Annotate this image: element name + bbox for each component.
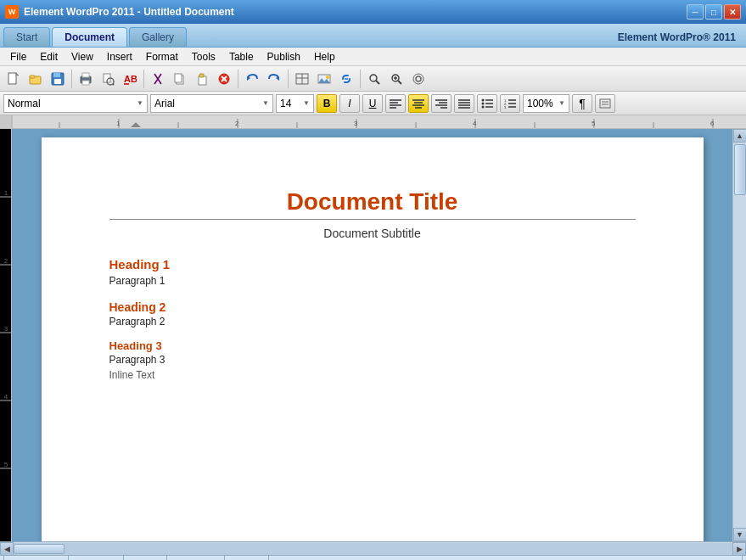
scroll-down-arrow[interactable]: ▼ [733,528,747,541]
svg-rect-3 [30,76,35,78]
svg-text:3: 3 [354,120,358,127]
toolbar-sep-1 [71,70,72,88]
settings-button[interactable] [408,69,429,89]
scroll-left-arrow[interactable]: ◀ [0,542,14,556]
svg-point-56 [482,98,485,101]
svg-line-12 [113,84,114,85]
scroll-thumb[interactable] [734,144,746,195]
align-left-button[interactable] [385,94,406,113]
svg-text:1: 1 [4,189,8,197]
doc-container: Document Title Document Subtitle Heading… [12,129,732,541]
format-toolbar: Normal Arial 14 B I U 1.2.3. 100% ¶ [0,92,746,115]
status-zoom: 100 % [225,556,269,560]
svg-text:4: 4 [473,120,477,127]
menu-edit[interactable]: Edit [33,49,65,64]
inline-text: Inline Text [109,369,636,381]
undo-button[interactable] [242,69,262,89]
vertical-scrollbar[interactable]: ▲ ▼ [732,129,746,541]
menu-file[interactable]: File [3,49,33,64]
menu-bar: File Edit View Insert Format Tools Table… [0,48,746,66]
hscroll-thumb[interactable] [14,544,65,554]
tab-bar: Start Document Gallery Element WordPro® … [0,24,746,48]
document-page[interactable]: Document Title Document Subtitle Heading… [42,137,704,541]
svg-text:3.: 3. [504,105,507,109]
ruler: 1 2 3 4 5 6 [0,115,746,129]
svg-rect-19 [199,74,204,77]
insert-image-button[interactable] [314,69,334,89]
italic-button[interactable]: I [339,94,360,113]
zoom-dropdown[interactable]: 100% [523,94,569,113]
hscroll-track[interactable] [14,543,732,555]
font-size-dropdown[interactable]: 14 [276,94,314,113]
tab-gallery[interactable]: Gallery [129,27,187,47]
align-right-button[interactable] [431,94,452,113]
svg-text:1: 1 [116,120,121,127]
svg-point-60 [482,105,485,108]
svg-point-30 [326,76,329,79]
svg-text:6: 6 [710,120,715,127]
maximize-button[interactable]: □ [705,4,722,20]
menu-insert[interactable]: Insert [100,49,139,64]
number-list-button[interactable]: 1.2.3. [500,94,520,113]
pilcrow-button[interactable]: ¶ [572,94,592,113]
cut-button[interactable] [148,69,168,89]
delete-button[interactable] [214,69,234,89]
paste-button[interactable] [192,69,212,89]
svg-text:5: 5 [592,120,596,127]
find-button[interactable] [364,69,384,89]
svg-marker-1 [16,73,19,76]
redo-button[interactable] [264,69,284,89]
zoom-in-button[interactable] [386,69,407,89]
paragraph-3: Paragraph 3 [109,354,636,366]
status-line: Line 3 [124,556,167,560]
document-title: Document Title [109,188,636,216]
svg-point-38 [416,76,421,81]
menu-tools[interactable]: Tools [185,49,222,64]
menu-table[interactable]: Table [222,49,261,64]
copy-button[interactable] [170,69,190,89]
tab-document[interactable]: Document [52,27,127,47]
open-button[interactable] [25,69,46,89]
bold-button[interactable]: B [317,94,337,113]
app-icon: W [5,5,19,19]
menu-publish[interactable]: Publish [261,49,307,64]
style-dropdown[interactable]: Normal [3,94,148,113]
insert-link-button[interactable] [336,69,356,89]
align-justify-button[interactable] [454,94,474,113]
document-subtitle: Document Subtitle [109,227,636,240]
svg-text:5: 5 [4,461,8,468]
tab-start[interactable]: Start [3,27,50,47]
title-bar: W Element WordPro 2011 - Untitled Docume… [0,0,746,24]
svg-rect-71 [0,115,746,129]
print-preview-button[interactable] [98,69,118,89]
scroll-right-arrow[interactable]: ◀ [732,542,746,556]
heading-2: Heading 2 [109,300,636,314]
svg-point-32 [370,75,377,81]
svg-text:2: 2 [4,257,8,265]
close-button[interactable]: ✕ [724,4,741,20]
svg-rect-72 [0,115,12,129]
svg-line-35 [398,81,401,84]
menu-view[interactable]: View [65,49,100,64]
horizontal-scrollbar[interactable]: ◀ ◀ [0,541,746,555]
new-button[interactable] [3,69,24,89]
insert-table-button[interactable] [292,69,312,89]
svg-rect-6 [54,79,61,84]
scroll-up-arrow[interactable]: ▲ [733,129,747,143]
font-dropdown[interactable]: Arial [150,94,273,113]
window-title: Element WordPro 2011 - Untitled Document [24,6,687,18]
save-button[interactable] [48,69,68,89]
menu-format[interactable]: Format [139,49,185,64]
spellcheck-button[interactable]: AB [120,69,140,89]
svg-rect-17 [175,74,182,82]
minimize-button[interactable]: ─ [687,4,704,20]
underline-button[interactable]: U [362,94,383,113]
bullet-list-button[interactable] [477,94,497,113]
align-center-button[interactable] [408,94,429,113]
svg-text:2: 2 [235,120,239,127]
toolbar-sep-5 [360,70,361,88]
show-formatting-button[interactable] [595,94,615,113]
scroll-track[interactable] [733,143,747,528]
print-button[interactable] [76,69,96,89]
menu-help[interactable]: Help [307,49,342,64]
